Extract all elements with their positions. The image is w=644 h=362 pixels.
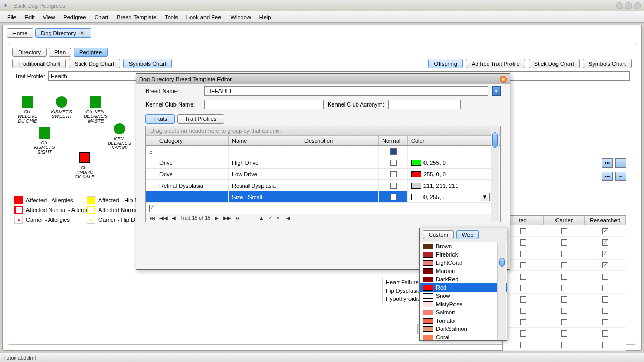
checkbox[interactable] — [602, 228, 608, 234]
color-item[interactable]: DarkSalmon — [420, 325, 507, 333]
ellipsis-button[interactable]: ••• — [602, 158, 613, 168]
color-item[interactable]: Red — [420, 283, 507, 292]
nav-down-icon[interactable]: ✓ — [267, 215, 273, 221]
col-description[interactable]: Description — [301, 136, 379, 145]
tab-trait-profiles[interactable]: Trait Profiles — [177, 114, 224, 124]
tab-offspring[interactable]: Offspring — [428, 59, 462, 68]
cp-tab-custom[interactable]: Custom — [423, 230, 454, 239]
nav-next-icon[interactable]: ▶ — [214, 215, 220, 221]
minus-button[interactable]: − — [615, 172, 626, 181]
grid-scrollbar[interactable] — [491, 127, 499, 221]
color-item[interactable]: Coral — [420, 333, 507, 340]
kennel-acronym-input[interactable] — [388, 100, 461, 109]
cell-checkbox[interactable] — [390, 194, 397, 200]
nav-remove-icon[interactable]: − — [251, 215, 256, 221]
group-by-bar[interactable]: Drag a column header here to group by th… — [146, 126, 500, 136]
nav-cancel-icon[interactable]: × — [275, 215, 281, 221]
checkbox[interactable] — [602, 262, 608, 268]
color-item[interactable]: Maroon — [420, 267, 507, 275]
nav-first-icon[interactable]: ⏮ — [149, 215, 156, 221]
maximize-button[interactable] — [625, 2, 632, 9]
checkbox[interactable] — [561, 285, 567, 291]
pedigree-node[interactable] — [56, 96, 67, 108]
nav-up-icon[interactable]: ▲ — [258, 215, 265, 221]
menu-tools[interactable]: Tools — [160, 13, 182, 21]
menu-help[interactable]: Help — [255, 13, 275, 21]
tab-pedigree[interactable]: Pedigree — [74, 48, 108, 57]
checkbox[interactable] — [561, 228, 567, 234]
checkbox[interactable] — [561, 342, 567, 348]
menu-window[interactable]: Window — [227, 13, 255, 21]
nav-prevpage-icon[interactable]: ◀◀ — [158, 215, 169, 221]
minus-button[interactable]: − — [615, 158, 626, 168]
checkbox[interactable] — [602, 342, 608, 348]
nav-nextpage-icon[interactable]: ▶▶ — [222, 215, 232, 221]
menu-pedigree[interactable]: Pedigree — [59, 13, 90, 21]
color-dropdown-icon[interactable]: ▼ — [481, 193, 488, 201]
breed-name-input[interactable] — [204, 86, 488, 96]
checkbox[interactable] — [561, 262, 567, 268]
checkbox[interactable] — [520, 251, 526, 257]
checkbox[interactable] — [561, 296, 567, 303]
tab-home[interactable]: Home — [7, 28, 33, 38]
minimize-button[interactable] — [616, 2, 623, 9]
menu-edit[interactable]: Edit — [21, 13, 39, 21]
col-carrier[interactable]: Carrier — [544, 216, 584, 225]
col-normal[interactable]: Normal — [379, 136, 408, 145]
tab-symbols-chart-r[interactable]: Symbols Chart — [583, 59, 632, 68]
menu-look-and-feel[interactable]: Look and Feel — [182, 13, 227, 21]
cell-name[interactable]: Size - Small — [229, 191, 301, 202]
nav-add-icon[interactable]: + — [244, 215, 249, 221]
checkbox[interactable] — [561, 319, 567, 325]
cp-tab-web[interactable]: Web — [456, 230, 479, 239]
tab-traits[interactable]: Traits — [145, 114, 175, 124]
checkbox[interactable] — [520, 319, 526, 325]
pedigree-node[interactable] — [39, 127, 50, 139]
col-category[interactable]: Category — [156, 136, 229, 145]
kennel-club-input[interactable] — [204, 100, 324, 109]
color-item[interactable]: Snow — [420, 292, 507, 300]
tab-dog-directory[interactable]: Dog Directory × — [35, 28, 91, 38]
pedigree-node[interactable] — [22, 96, 33, 108]
cell-checkbox[interactable] — [390, 171, 397, 177]
checkbox[interactable] — [561, 251, 567, 257]
nav-last-icon[interactable]: ⏭ — [235, 215, 242, 221]
grid-row-selected[interactable]: I Size - Small 0, 255, ... ▼ × — [146, 191, 500, 203]
grid-row[interactable]: Drive High Drive 0, 255, 0 — [146, 157, 500, 169]
menu-file[interactable]: File — [3, 13, 21, 21]
dropdown-icon[interactable]: ▼ — [492, 86, 501, 96]
col-color[interactable]: Color — [408, 136, 500, 145]
checkbox[interactable] — [520, 239, 526, 246]
checkbox[interactable] — [602, 274, 608, 280]
grid-row[interactable]: Drive Low Drive 255, 0, 0 — [146, 169, 500, 180]
color-item[interactable]: DarkRed — [420, 275, 507, 283]
tab-adhoc-trait[interactable]: Ad hoc Trait Profile — [466, 59, 525, 68]
checkbox[interactable] — [602, 330, 608, 337]
checkbox[interactable] — [561, 330, 567, 337]
filter-icon[interactable]: ⌕ — [149, 148, 153, 155]
color-item[interactable]: Tomato — [420, 316, 507, 325]
checkbox[interactable] — [602, 319, 608, 325]
tab-traditional-chart[interactable]: Traditional Chart — [12, 59, 66, 68]
checkbox[interactable] — [602, 308, 608, 314]
dialog-close-button[interactable] — [500, 76, 507, 83]
close-button[interactable] — [634, 2, 641, 9]
close-icon[interactable]: × — [79, 30, 85, 36]
checkbox[interactable] — [520, 296, 526, 303]
tab-plan[interactable]: Plan — [49, 48, 71, 57]
checkbox[interactable] — [520, 262, 526, 268]
ellipsis-button[interactable]: ••• — [602, 172, 613, 181]
checkbox[interactable] — [561, 308, 567, 314]
color-item[interactable]: Salmon — [420, 308, 507, 316]
footer-checkbox[interactable] — [149, 205, 150, 212]
color-item[interactable]: Brown — [420, 242, 507, 250]
menu-chart[interactable]: Chart — [90, 13, 112, 21]
menu-view[interactable]: View — [39, 13, 60, 21]
tab-directory[interactable]: Directory — [12, 48, 47, 57]
checkbox[interactable] — [602, 285, 608, 291]
pedigree-node[interactable] — [114, 123, 125, 134]
tab-stick-dog-chart-r[interactable]: Stick Dog Chart — [529, 59, 580, 68]
col-name[interactable]: Name — [229, 136, 301, 145]
color-item[interactable]: LightCoral — [420, 259, 507, 267]
checkbox[interactable] — [561, 274, 567, 280]
